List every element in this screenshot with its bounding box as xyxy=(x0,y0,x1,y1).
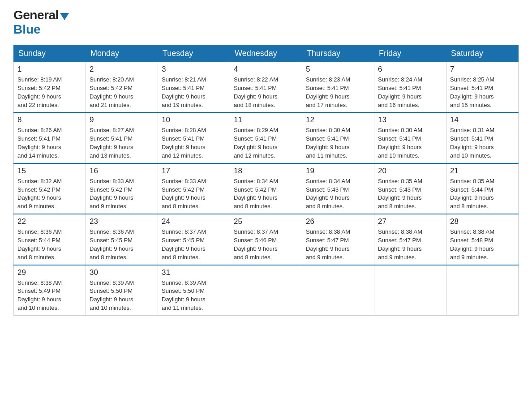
calendar-cell: 30 Sunrise: 8:39 AM Sunset: 5:50 PM Dayl… xyxy=(86,265,158,316)
day-number: 13 xyxy=(378,116,442,124)
day-info: Sunrise: 8:37 AM Sunset: 5:45 PM Dayligh… xyxy=(162,228,226,261)
calendar-cell: 18 Sunrise: 8:34 AM Sunset: 5:42 PM Dayl… xyxy=(230,163,302,214)
calendar-cell: 20 Sunrise: 8:35 AM Sunset: 5:43 PM Dayl… xyxy=(374,163,446,214)
day-info: Sunrise: 8:24 AM Sunset: 5:41 PM Dayligh… xyxy=(378,76,442,109)
calendar-cell: 8 Sunrise: 8:26 AM Sunset: 5:41 PM Dayli… xyxy=(14,112,86,163)
calendar-week-3: 15 Sunrise: 8:32 AM Sunset: 5:42 PM Dayl… xyxy=(14,163,519,214)
day-info: Sunrise: 8:39 AM Sunset: 5:50 PM Dayligh… xyxy=(90,279,154,313)
calendar-week-2: 8 Sunrise: 8:26 AM Sunset: 5:41 PM Dayli… xyxy=(14,112,519,163)
day-info: Sunrise: 8:22 AM Sunset: 5:41 PM Dayligh… xyxy=(234,76,298,109)
day-number: 20 xyxy=(378,167,442,176)
day-number: 30 xyxy=(90,268,154,277)
day-info: Sunrise: 8:38 AM Sunset: 5:48 PM Dayligh… xyxy=(450,228,515,261)
day-info: Sunrise: 8:39 AM Sunset: 5:50 PM Dayligh… xyxy=(162,279,226,313)
header-thursday: Thursday xyxy=(302,45,374,62)
day-number: 10 xyxy=(162,116,226,124)
day-info: Sunrise: 8:28 AM Sunset: 5:41 PM Dayligh… xyxy=(162,126,226,160)
day-info: Sunrise: 8:36 AM Sunset: 5:45 PM Dayligh… xyxy=(90,228,154,261)
calendar-cell: 24 Sunrise: 8:37 AM Sunset: 5:45 PM Dayl… xyxy=(158,214,230,265)
day-number: 18 xyxy=(234,167,298,176)
header-monday: Monday xyxy=(86,45,158,62)
day-info: Sunrise: 8:21 AM Sunset: 5:41 PM Dayligh… xyxy=(162,76,226,109)
day-number: 7 xyxy=(450,65,515,74)
day-number: 24 xyxy=(162,217,226,226)
calendar-cell: 6 Sunrise: 8:24 AM Sunset: 5:41 PM Dayli… xyxy=(374,62,446,113)
calendar-week-4: 22 Sunrise: 8:36 AM Sunset: 5:44 PM Dayl… xyxy=(14,214,519,265)
day-info: Sunrise: 8:27 AM Sunset: 5:41 PM Dayligh… xyxy=(90,126,154,160)
calendar-cell xyxy=(446,265,519,316)
day-number: 23 xyxy=(90,217,154,226)
calendar-cell: 14 Sunrise: 8:31 AM Sunset: 5:41 PM Dayl… xyxy=(446,112,519,163)
calendar-header-row: SundayMondayTuesdayWednesdayThursdayFrid… xyxy=(14,45,519,62)
calendar-cell: 9 Sunrise: 8:27 AM Sunset: 5:41 PM Dayli… xyxy=(86,112,158,163)
day-info: Sunrise: 8:25 AM Sunset: 5:41 PM Dayligh… xyxy=(450,76,515,109)
day-number: 27 xyxy=(378,217,442,226)
day-info: Sunrise: 8:31 AM Sunset: 5:41 PM Dayligh… xyxy=(450,126,515,160)
calendar-cell: 10 Sunrise: 8:28 AM Sunset: 5:41 PM Dayl… xyxy=(158,112,230,163)
calendar-cell xyxy=(302,265,374,316)
calendar-cell: 2 Sunrise: 8:20 AM Sunset: 5:42 PM Dayli… xyxy=(86,62,158,113)
day-number: 19 xyxy=(306,167,370,176)
calendar-cell: 16 Sunrise: 8:33 AM Sunset: 5:42 PM Dayl… xyxy=(86,163,158,214)
day-info: Sunrise: 8:38 AM Sunset: 5:47 PM Dayligh… xyxy=(306,228,370,261)
day-number: 29 xyxy=(17,268,82,277)
day-number: 28 xyxy=(450,217,515,226)
logo-general: General xyxy=(13,9,59,21)
day-info: Sunrise: 8:34 AM Sunset: 5:43 PM Dayligh… xyxy=(306,177,370,211)
calendar-cell: 19 Sunrise: 8:34 AM Sunset: 5:43 PM Dayl… xyxy=(302,163,374,214)
day-number: 17 xyxy=(162,167,226,176)
page-header: General Blue xyxy=(13,9,519,37)
calendar-cell: 11 Sunrise: 8:29 AM Sunset: 5:41 PM Dayl… xyxy=(230,112,302,163)
day-info: Sunrise: 8:36 AM Sunset: 5:44 PM Dayligh… xyxy=(17,228,82,261)
calendar-cell: 28 Sunrise: 8:38 AM Sunset: 5:48 PM Dayl… xyxy=(446,214,519,265)
day-number: 2 xyxy=(90,65,154,74)
day-info: Sunrise: 8:37 AM Sunset: 5:46 PM Dayligh… xyxy=(234,228,298,261)
calendar-cell: 15 Sunrise: 8:32 AM Sunset: 5:42 PM Dayl… xyxy=(14,163,86,214)
calendar-cell: 31 Sunrise: 8:39 AM Sunset: 5:50 PM Dayl… xyxy=(158,265,230,316)
day-info: Sunrise: 8:35 AM Sunset: 5:44 PM Dayligh… xyxy=(450,177,515,211)
logo-triangle-icon xyxy=(60,13,69,20)
day-number: 3 xyxy=(162,65,226,74)
calendar-cell: 29 Sunrise: 8:38 AM Sunset: 5:49 PM Dayl… xyxy=(14,265,86,316)
day-number: 31 xyxy=(162,268,226,277)
header-friday: Friday xyxy=(374,45,446,62)
calendar-cell: 13 Sunrise: 8:30 AM Sunset: 5:41 PM Dayl… xyxy=(374,112,446,163)
day-number: 1 xyxy=(17,65,82,74)
day-number: 8 xyxy=(17,116,82,124)
header-wednesday: Wednesday xyxy=(230,45,302,62)
day-number: 15 xyxy=(17,167,82,176)
day-info: Sunrise: 8:38 AM Sunset: 5:49 PM Dayligh… xyxy=(17,279,82,313)
logo-blue: Blue xyxy=(13,22,41,37)
calendar-cell: 21 Sunrise: 8:35 AM Sunset: 5:44 PM Dayl… xyxy=(446,163,519,214)
header-tuesday: Tuesday xyxy=(158,45,230,62)
day-info: Sunrise: 8:26 AM Sunset: 5:41 PM Dayligh… xyxy=(17,126,82,160)
calendar-cell: 3 Sunrise: 8:21 AM Sunset: 5:41 PM Dayli… xyxy=(158,62,230,113)
calendar-cell xyxy=(374,265,446,316)
calendar-cell: 26 Sunrise: 8:38 AM Sunset: 5:47 PM Dayl… xyxy=(302,214,374,265)
calendar-cell xyxy=(230,265,302,316)
day-info: Sunrise: 8:33 AM Sunset: 5:42 PM Dayligh… xyxy=(162,177,226,211)
day-number: 6 xyxy=(378,65,442,74)
calendar-cell: 7 Sunrise: 8:25 AM Sunset: 5:41 PM Dayli… xyxy=(446,62,519,113)
calendar-week-5: 29 Sunrise: 8:38 AM Sunset: 5:49 PM Dayl… xyxy=(14,265,519,316)
calendar-cell: 1 Sunrise: 8:19 AM Sunset: 5:42 PM Dayli… xyxy=(14,62,86,113)
day-info: Sunrise: 8:29 AM Sunset: 5:41 PM Dayligh… xyxy=(234,126,298,160)
day-info: Sunrise: 8:30 AM Sunset: 5:41 PM Dayligh… xyxy=(306,126,370,160)
day-info: Sunrise: 8:38 AM Sunset: 5:47 PM Dayligh… xyxy=(378,228,442,261)
day-number: 21 xyxy=(450,167,515,176)
logo: General Blue xyxy=(13,9,69,37)
day-info: Sunrise: 8:19 AM Sunset: 5:42 PM Dayligh… xyxy=(17,76,82,109)
calendar-cell: 25 Sunrise: 8:37 AM Sunset: 5:46 PM Dayl… xyxy=(230,214,302,265)
day-info: Sunrise: 8:33 AM Sunset: 5:42 PM Dayligh… xyxy=(90,177,154,211)
calendar-cell: 5 Sunrise: 8:23 AM Sunset: 5:41 PM Dayli… xyxy=(302,62,374,113)
day-info: Sunrise: 8:23 AM Sunset: 5:41 PM Dayligh… xyxy=(306,76,370,109)
day-number: 9 xyxy=(90,116,154,124)
header-sunday: Sunday xyxy=(14,45,86,62)
calendar-table: SundayMondayTuesdayWednesdayThursdayFrid… xyxy=(13,45,519,316)
day-info: Sunrise: 8:20 AM Sunset: 5:42 PM Dayligh… xyxy=(90,76,154,109)
day-number: 11 xyxy=(234,116,298,124)
calendar-cell: 27 Sunrise: 8:38 AM Sunset: 5:47 PM Dayl… xyxy=(374,214,446,265)
day-number: 16 xyxy=(90,167,154,176)
day-number: 26 xyxy=(306,217,370,226)
day-number: 14 xyxy=(450,116,515,124)
